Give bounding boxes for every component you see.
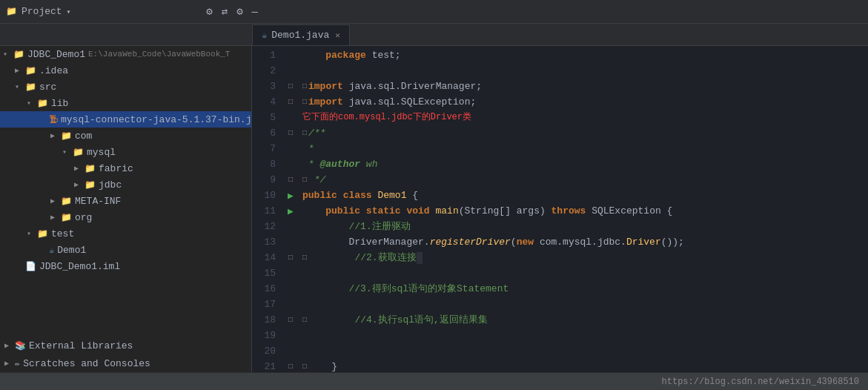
sidebar-item-scratches[interactable]: ▶ ✏ Scratches and Consoles	[0, 354, 251, 372]
external-libraries-icon: 📚	[15, 340, 26, 351]
code-editor[interactable]: 1 2 3 4 5 6 7 8 9 10 11 12 13 14 15 16 1…	[252, 46, 868, 372]
code-line-17	[302, 297, 868, 312]
line-num-17: 17	[252, 297, 276, 312]
code-line-21: □ }	[302, 359, 868, 372]
sort-icon[interactable]: ⇄	[222, 5, 228, 18]
tree-arrow-org: ▶	[50, 213, 61, 222]
code-line-5: 它下面的com.mysql.jdbc下的Driver类	[302, 110, 868, 125]
gutter-9: □	[282, 172, 299, 188]
tree-label-jar: mysql-connector-java-5.1.37-bin.jar	[61, 114, 252, 125]
tree-item-org[interactable]: ▶ 📁 org	[0, 209, 251, 225]
fold-marker-18: □	[302, 312, 307, 328]
tree-item-jdbc[interactable]: ▶ 📁 jdbc	[0, 176, 251, 193]
fold-marker-21: □	[302, 359, 307, 372]
line-num-18: 18	[252, 312, 276, 328]
tree-label-src: src	[39, 82, 56, 93]
fold-icon-6[interactable]: □	[288, 129, 293, 137]
tree-item-src[interactable]: ▾ 📁 src	[0, 79, 251, 95]
minimize-icon[interactable]: —	[252, 6, 258, 18]
fold-icon-21[interactable]: □	[288, 363, 293, 371]
configure-icon[interactable]: ⚙	[206, 5, 212, 18]
status-bar: https://blog.csdn.net/weixin_43968510	[0, 372, 868, 390]
tree-item-meta-inf[interactable]: ▶ 📁 META-INF	[0, 193, 251, 209]
tab-demo1[interactable]: ☕ Demo1.java ✕	[252, 24, 350, 45]
tree-arrow-mysql: ▾	[62, 148, 73, 156]
folder-icon-org: 📁	[61, 212, 72, 223]
gutter: □ □ □ □ ▶ ▶ □ □ □ □	[282, 46, 299, 372]
tree-arrow-src: ▾	[15, 82, 25, 91]
title-bar-dropdown-arrow[interactable]: ▾	[67, 7, 71, 16]
tree-arrow-lib: ▾	[27, 99, 37, 108]
run-icon-10[interactable]: ▶	[288, 190, 294, 202]
line-num-13: 13	[252, 234, 276, 250]
gutter-19	[282, 328, 299, 343]
tree-arrow-meta-inf: ▶	[50, 196, 61, 205]
line-num-2: 2	[252, 63, 276, 79]
line-num-14: 14	[252, 250, 276, 265]
code-line-11: public static void main(String[] args) t…	[302, 203, 868, 219]
gutter-7	[282, 141, 299, 156]
folder-open-icon-src: 📁	[25, 82, 36, 93]
line-numbers: 1 2 3 4 5 6 7 8 9 10 11 12 13 14 15 16 1…	[252, 46, 282, 372]
tree-item-iml[interactable]: 📄 JDBC_Demo1.iml	[0, 258, 251, 274]
tree-arrow-test: ▾	[27, 229, 37, 238]
code-line-7: *	[302, 141, 868, 156]
folder-open-icon-mysql: 📁	[73, 147, 84, 158]
fold-icon-3[interactable]: □	[288, 82, 293, 90]
settings-icon[interactable]: ⚙	[236, 5, 242, 18]
tree-item-demo1[interactable]: ☕ Demo1	[0, 242, 251, 258]
tab-bar: ☕ Demo1.java ✕	[0, 24, 868, 46]
tree-label-org: org	[75, 212, 92, 223]
code-line-10: public class Demo1 {	[302, 188, 868, 203]
tree-item-test[interactable]: ▾ 📁 test	[0, 225, 251, 242]
gutter-8	[282, 156, 299, 172]
code-line-13: DriverManager.registerDriver(new com.mys…	[302, 234, 868, 250]
tab-close-button[interactable]: ✕	[335, 30, 340, 40]
line-num-19: 19	[252, 328, 276, 343]
code-line-8: * @author wh	[302, 156, 868, 172]
gutter-2	[282, 63, 299, 79]
folder-open-icon: 📁	[13, 49, 24, 60]
tree-arrow-external: ▶	[4, 341, 15, 350]
tree-path-hint: E:\JavaWeb_Code\JavaWebBook_T	[88, 50, 230, 59]
tree-item-idea[interactable]: ▶ 📁 .idea	[0, 62, 251, 79]
gutter-11[interactable]: ▶	[282, 203, 299, 219]
gutter-16	[282, 281, 299, 297]
sidebar-item-external-libraries[interactable]: ▶ 📚 External Libraries	[0, 337, 251, 354]
tree-item-jdbc-demo1[interactable]: ▾ 📁 JDBC_Demo1 E:\JavaWeb_Code\JavaWebBo…	[0, 46, 251, 62]
java-file-icon-demo1: ☕	[49, 245, 54, 256]
title-bar-icons: ⚙ ⇄ ⚙ —	[206, 5, 258, 18]
main-content: ▾ 📁 JDBC_Demo1 E:\JavaWeb_Code\JavaWebBo…	[0, 46, 868, 372]
code-line-2	[302, 63, 868, 79]
tree-item-com[interactable]: ▶ 📁 com	[0, 128, 251, 144]
code-content[interactable]: package test; □import java.sql.DriverMan…	[299, 46, 868, 372]
folder-icon-idea: 📁	[25, 65, 36, 76]
line-num-9: 9	[252, 172, 276, 188]
gutter-20	[282, 343, 299, 359]
fold-marker-9: □	[302, 172, 307, 188]
gutter-18: □	[282, 312, 299, 328]
line-num-12: 12	[252, 219, 276, 234]
tree-label-jdbc: jdbc	[99, 179, 122, 191]
fold-icon-14[interactable]: □	[288, 254, 293, 262]
tree-arrow-scratches: ▶	[4, 359, 15, 368]
fold-marker-14: □	[302, 250, 307, 265]
tree-item-mysql-jar[interactable]: 🗜 mysql-connector-java-5.1.37-bin.jar ◄	[0, 111, 251, 128]
fold-icon-9[interactable]: □	[288, 176, 293, 184]
folder-icon-com: 📁	[61, 130, 72, 142]
fold-icon-4[interactable]: □	[288, 98, 293, 106]
line-num-3: 3	[252, 79, 276, 94]
tree-label-meta-inf: META-INF	[75, 196, 121, 207]
tree-label-lib: lib	[51, 98, 68, 109]
tree-item-lib[interactable]: ▾ 📁 lib	[0, 95, 251, 111]
fold-icon-18[interactable]: □	[288, 316, 293, 324]
line-num-11: 11	[252, 203, 276, 219]
status-url: https://blog.csdn.net/weixin_43968510	[662, 377, 859, 387]
code-line-4: □import java.sql.SQLException;	[302, 94, 868, 110]
run-icon-11[interactable]: ▶	[288, 205, 294, 217]
tree-item-fabric[interactable]: ▶ 📁 fabric	[0, 160, 251, 176]
gutter-10[interactable]: ▶	[282, 188, 299, 203]
line-num-20: 20	[252, 343, 276, 359]
code-line-18: □ //4.执行sql语句,返回结果集	[302, 312, 868, 328]
tree-item-mysql[interactable]: ▾ 📁 mysql	[0, 144, 251, 160]
